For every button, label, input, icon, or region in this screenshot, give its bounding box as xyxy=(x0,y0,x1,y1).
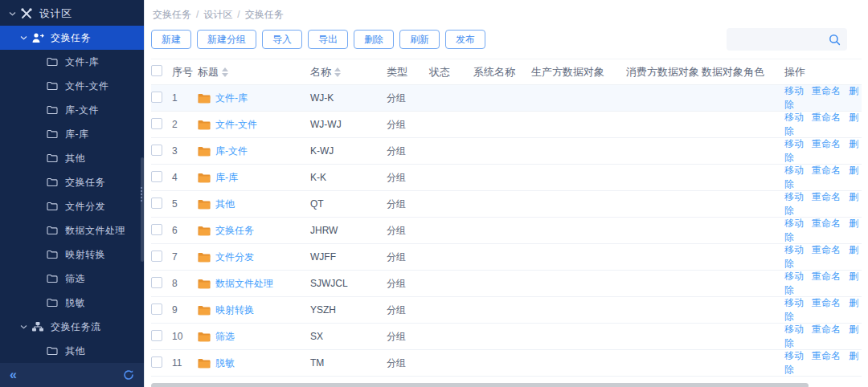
column-header: 消费方数据对象 xyxy=(626,65,702,79)
group-title-link[interactable]: 脱敏 xyxy=(215,356,235,370)
row-action-1[interactable]: 移动 xyxy=(784,271,804,282)
sidebar-item-12[interactable]: 筛选 xyxy=(0,267,144,291)
row-checkbox[interactable] xyxy=(151,118,162,129)
row-checkbox[interactable] xyxy=(151,303,162,315)
row-action-1[interactable]: 移动 xyxy=(784,297,804,308)
breadcrumb-item[interactable]: 设计区 xyxy=(203,9,232,20)
row-action-1[interactable]: 移动 xyxy=(784,112,804,123)
row-type: 分组 xyxy=(387,145,429,158)
folder-icon xyxy=(46,152,59,165)
sidebar: 设计区交换任务文件-库文件-文件库-文件库-库其他交换任务文件分发数据文件处理映… xyxy=(0,0,145,387)
sidebar-item-14[interactable]: 交换任务流 xyxy=(0,315,144,339)
sidebar-item-label: 映射转换 xyxy=(65,248,105,262)
folder-icon xyxy=(46,104,59,116)
row-action-2[interactable]: 重命名 xyxy=(812,138,841,149)
search-icon[interactable] xyxy=(829,34,841,46)
sidebar-scrollbar[interactable] xyxy=(141,157,144,262)
sidebar-resize-handle[interactable] xyxy=(141,187,142,202)
row-action-1[interactable]: 移动 xyxy=(784,85,804,96)
toolbar-button-3[interactable]: 导入 xyxy=(262,30,302,49)
row-action-1[interactable]: 移动 xyxy=(784,191,804,202)
row-action-2[interactable]: 重命名 xyxy=(812,297,841,308)
group-title-link[interactable]: 数据文件处理 xyxy=(215,277,273,291)
row-action-2[interactable]: 重命名 xyxy=(812,350,841,361)
row-checkbox[interactable] xyxy=(151,356,162,368)
row-action-2[interactable]: 重命名 xyxy=(812,324,841,335)
toolbar-button-1[interactable]: 新建 xyxy=(151,30,191,49)
group-title-link[interactable]: 其他 xyxy=(215,198,235,211)
horizontal-scrollbar-thumb[interactable] xyxy=(151,383,809,387)
row-action-1[interactable]: 移动 xyxy=(784,324,804,335)
sidebar-item-15[interactable]: 其他 xyxy=(0,339,144,363)
column-header[interactable]: 名称 xyxy=(310,65,387,79)
row-checkbox[interactable] xyxy=(151,198,162,209)
sort-carets-icon[interactable] xyxy=(222,67,228,77)
breadcrumb-item[interactable]: 交换任务 xyxy=(153,9,191,20)
group-title-link[interactable]: 筛选 xyxy=(215,330,235,344)
sidebar-item-11[interactable]: 映射转换 xyxy=(0,242,144,267)
sidebar-item-8[interactable]: 交换任务 xyxy=(0,170,144,194)
row-checkbox[interactable] xyxy=(151,224,162,235)
sidebar-item-9[interactable]: 文件分发 xyxy=(0,194,144,218)
sidebar-item-3[interactable]: 文件-库 xyxy=(0,50,144,74)
sidebar-collapse-icon[interactable]: « xyxy=(10,369,17,381)
row-checkbox[interactable] xyxy=(151,92,162,103)
sidebar-item-5[interactable]: 库-文件 xyxy=(0,98,144,122)
group-title-link[interactable]: 文件-文件 xyxy=(215,118,257,132)
row-action-2[interactable]: 重命名 xyxy=(812,85,841,96)
row-type: 分组 xyxy=(387,198,429,211)
row-actions: 移动重命名删除 xyxy=(784,323,862,350)
row-action-2[interactable]: 重命名 xyxy=(812,191,841,202)
table-row: 1文件-库WJ-K分组移动重命名删除 xyxy=(151,85,862,112)
column-header[interactable]: 标题 xyxy=(198,65,310,79)
row-checkbox[interactable] xyxy=(151,251,162,262)
row-action-1[interactable]: 移动 xyxy=(784,138,804,149)
sort-carets-icon[interactable] xyxy=(334,67,341,77)
table-row: 9映射转换YSZH分组移动重命名删除 xyxy=(151,297,862,324)
horizontal-scrollbar-track xyxy=(151,383,862,387)
chevron-down-icon[interactable] xyxy=(6,11,18,16)
sidebar-item-7[interactable]: 其他 xyxy=(0,146,144,170)
row-action-1[interactable]: 移动 xyxy=(784,244,804,255)
row-action-2[interactable]: 重命名 xyxy=(812,218,841,229)
row-action-1[interactable]: 移动 xyxy=(784,218,804,229)
sidebar-item-label: 设计区 xyxy=(39,6,72,21)
toolbar-button-7[interactable]: 发布 xyxy=(445,30,485,49)
row-action-2[interactable]: 重命名 xyxy=(812,271,841,282)
row-checkbox[interactable] xyxy=(151,277,162,288)
group-title-link[interactable]: 库-库 xyxy=(215,171,238,185)
toolbar-button-2[interactable]: 新建分组 xyxy=(197,30,256,49)
sidebar-item-13[interactable]: 脱敏 xyxy=(0,291,144,315)
group-title-link[interactable]: 交换任务 xyxy=(215,224,254,238)
select-all-checkbox[interactable] xyxy=(151,65,162,76)
row-name: TM xyxy=(310,357,387,369)
row-action-1[interactable]: 移动 xyxy=(784,350,804,361)
folder-icon xyxy=(198,146,211,157)
search-input[interactable] xyxy=(698,34,829,45)
folder-icon xyxy=(46,200,59,213)
chevron-down-icon[interactable] xyxy=(18,324,29,329)
row-checkbox[interactable] xyxy=(151,171,162,182)
sidebar-item-6[interactable]: 库-库 xyxy=(0,122,144,146)
group-title-link[interactable]: 文件分发 xyxy=(215,251,254,264)
group-title-link[interactable]: 库-文件 xyxy=(215,145,248,158)
toolbar-button-5[interactable]: 删除 xyxy=(354,30,394,49)
sidebar-item-1[interactable]: 设计区 xyxy=(0,2,144,26)
row-action-2[interactable]: 重命名 xyxy=(812,112,841,123)
refresh-icon[interactable] xyxy=(123,369,134,381)
breadcrumb-item[interactable]: 交换任务 xyxy=(245,9,284,20)
sidebar-item-10[interactable]: 数据文件处理 xyxy=(0,218,144,242)
row-action-2[interactable]: 重命名 xyxy=(812,244,841,255)
toolbar-button-6[interactable]: 刷新 xyxy=(399,30,440,49)
group-title-link[interactable]: 映射转换 xyxy=(215,303,254,317)
sidebar-item-2[interactable]: 交换任务 xyxy=(0,26,144,50)
row-action-2[interactable]: 重命名 xyxy=(812,165,841,176)
row-checkbox[interactable] xyxy=(151,330,162,341)
chevron-down-icon[interactable] xyxy=(18,35,29,40)
sidebar-item-label: 文件-库 xyxy=(65,55,99,69)
row-checkbox[interactable] xyxy=(151,145,162,156)
row-action-1[interactable]: 移动 xyxy=(784,165,804,176)
sidebar-item-4[interactable]: 文件-文件 xyxy=(0,74,144,98)
toolbar-button-4[interactable]: 导出 xyxy=(308,30,348,49)
group-title-link[interactable]: 文件-库 xyxy=(215,92,248,105)
